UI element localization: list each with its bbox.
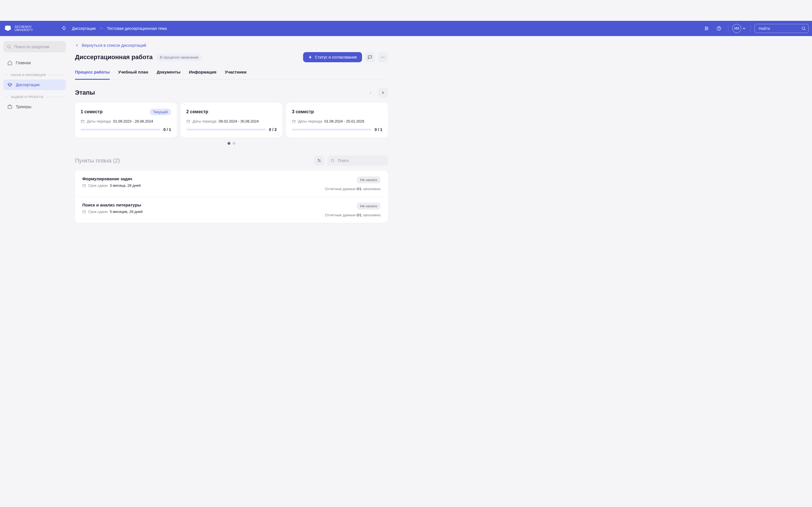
pin-toggle-button[interactable] bbox=[61, 26, 66, 31]
due-label: Срок сдачи bbox=[88, 210, 107, 214]
tab-curriculum[interactable]: Учебный план bbox=[118, 69, 148, 80]
svg-rect-24 bbox=[292, 120, 296, 122]
dates-value: 09.02.2024 - 30.06.2024 bbox=[219, 119, 259, 123]
plan-item[interactable]: Формулирование задач Срок сдачи 3 месяца… bbox=[75, 171, 388, 196]
status-pill: В процессе написания bbox=[156, 54, 202, 61]
status-badge: Не начато bbox=[357, 176, 380, 183]
tab-process[interactable]: Процесс работы bbox=[75, 69, 110, 80]
dates-label: Даты периода bbox=[193, 119, 216, 123]
tabs: Процесс работы Учебный план Документы Ин… bbox=[75, 69, 388, 80]
sidebar-search-input[interactable] bbox=[3, 41, 66, 52]
svg-line-11 bbox=[10, 48, 11, 48]
svg-point-8 bbox=[802, 27, 805, 30]
dates-label: Даты периода bbox=[87, 119, 111, 123]
svg-point-7 bbox=[719, 29, 719, 30]
progress-bar bbox=[186, 129, 266, 130]
top-bar: SECHENOV UNIVERSITY Диссертации Тестовая… bbox=[0, 21, 812, 36]
breadcrumb-root[interactable]: Диссертации bbox=[72, 26, 96, 31]
plan-list: Формулирование задач Срок сдачи 3 месяца… bbox=[75, 171, 388, 223]
progress-bar bbox=[81, 129, 160, 130]
progress-text: 0 / 1 bbox=[163, 127, 171, 132]
brand-name: SECHENOV bbox=[15, 25, 33, 29]
calendar-icon bbox=[82, 184, 86, 187]
back-link-label: Вернуться в список диссертаций bbox=[82, 43, 146, 48]
calendar-icon bbox=[81, 119, 85, 123]
calendar-icon bbox=[82, 210, 86, 214]
plan-title: Пункты плана (2) bbox=[75, 158, 120, 164]
main-content: Вернуться в список диссертаций Диссертац… bbox=[69, 36, 388, 234]
search-icon bbox=[331, 159, 335, 163]
dates-value: 01.09.2024 - 25.01.2025 bbox=[324, 119, 364, 123]
report-text: Отчетные данные 0/1 заполнено bbox=[325, 213, 380, 217]
back-link[interactable]: Вернуться в список диссертаций bbox=[75, 43, 146, 48]
stage-card[interactable]: 2 семестр Даты периода 09.02.2024 - 30.0… bbox=[181, 103, 283, 137]
svg-point-5 bbox=[705, 29, 706, 30]
status-approval-button[interactable]: Статус и согласование bbox=[303, 52, 362, 62]
stages-next-button[interactable] bbox=[378, 88, 388, 98]
due-value: 3 месяца, 28 дней bbox=[110, 183, 141, 187]
calendar-icon bbox=[186, 119, 190, 123]
svg-rect-16 bbox=[81, 120, 84, 122]
chevron-down-icon bbox=[742, 26, 746, 31]
sort-button[interactable] bbox=[314, 156, 324, 166]
sidebar-item-trackers[interactable]: Трекеры bbox=[3, 101, 66, 112]
tab-participants[interactable]: Участники bbox=[225, 69, 246, 80]
stage-title: 1 семестр bbox=[81, 109, 103, 114]
breadcrumb-current: Тестовая диссертационная тема bbox=[107, 26, 167, 31]
user-menu[interactable]: ИИ bbox=[732, 24, 746, 33]
sidebar-item-label: Главная bbox=[16, 61, 31, 65]
svg-line-9 bbox=[804, 29, 805, 30]
page-title: Диссертационная работа bbox=[75, 54, 153, 61]
tab-info[interactable]: Информация bbox=[189, 69, 216, 80]
top-search bbox=[755, 24, 809, 33]
carousel-dot[interactable] bbox=[227, 142, 231, 145]
stages-prev-button[interactable] bbox=[365, 88, 375, 98]
stage-title: 3 семестр bbox=[292, 109, 314, 114]
briefcase-icon bbox=[7, 104, 12, 109]
breadcrumb: Диссертации Тестовая диссертационная тем… bbox=[72, 26, 167, 31]
sidebar-item-home[interactable]: Главная bbox=[3, 57, 66, 68]
due-label: Срок сдачи bbox=[88, 183, 107, 187]
chevron-right-icon bbox=[100, 27, 103, 30]
svg-rect-34 bbox=[83, 211, 86, 213]
tab-documents[interactable]: Документы bbox=[157, 69, 181, 80]
svg-point-10 bbox=[8, 45, 10, 48]
plan-item-title: Поиск и анализ литературы bbox=[82, 203, 143, 207]
svg-point-14 bbox=[383, 57, 383, 57]
chevron-left-icon bbox=[75, 43, 79, 47]
more-button[interactable] bbox=[378, 52, 388, 62]
svg-point-28 bbox=[331, 159, 334, 162]
stages-title: Этапы bbox=[75, 89, 95, 96]
sidebar-item-label: Диссертации bbox=[16, 82, 40, 87]
top-search-input[interactable] bbox=[755, 24, 809, 33]
svg-rect-20 bbox=[187, 120, 190, 122]
stage-card[interactable]: 1 семестр Текущий Даты периода 01.09.202… bbox=[75, 103, 177, 137]
sidebar-section-tasks: ЗАДАЧИ И ПРОЕКТЫ bbox=[3, 91, 66, 101]
carousel-dots bbox=[75, 142, 388, 145]
sidebar: Главная НАУКА И ИННОВАЦИИ Диссертации ЗА… bbox=[0, 36, 69, 234]
brand-sub: UNIVERSITY bbox=[15, 29, 33, 32]
graduation-cap-icon bbox=[7, 82, 12, 87]
svg-rect-12 bbox=[8, 106, 12, 108]
avatar: ИИ bbox=[732, 24, 741, 33]
dates-label: Даты периода bbox=[298, 119, 322, 123]
brand-logo[interactable]: SECHENOV UNIVERSITY bbox=[3, 24, 33, 33]
plan-item-title: Формулирование задач bbox=[82, 176, 141, 181]
sidebar-item-label: Трекеры bbox=[16, 105, 31, 109]
home-icon bbox=[7, 60, 12, 65]
search-icon bbox=[801, 26, 806, 31]
help-button[interactable] bbox=[714, 23, 724, 34]
plan-item[interactable]: Поиск и анализ литературы Срок сдачи 5 м… bbox=[75, 196, 388, 223]
status-badge: Не начато bbox=[357, 203, 380, 210]
due-value: 5 месяцев, 29 дней bbox=[110, 210, 143, 214]
comments-button[interactable] bbox=[365, 52, 375, 62]
stage-card[interactable]: 3 семестр Даты периода 01.09.2024 - 25.0… bbox=[286, 103, 388, 137]
carousel-dot[interactable] bbox=[233, 142, 236, 145]
calendar-icon bbox=[292, 119, 296, 123]
settings-sliders-button[interactable] bbox=[702, 23, 712, 34]
plan-search-input[interactable] bbox=[327, 156, 388, 166]
current-badge: Текущий bbox=[150, 109, 171, 115]
report-text: Отчетные данные 0/1 заполнено bbox=[325, 187, 380, 191]
brain-logo-icon bbox=[3, 24, 12, 33]
sidebar-item-dissertations[interactable]: Диссертации bbox=[3, 79, 66, 90]
